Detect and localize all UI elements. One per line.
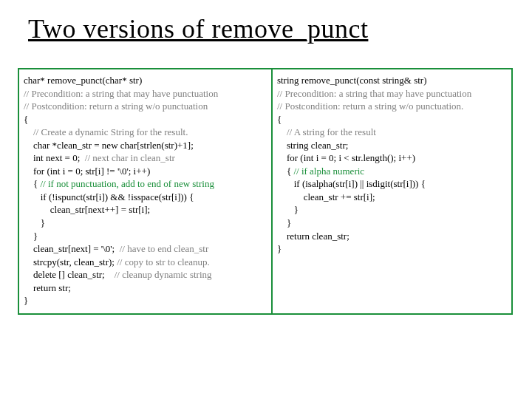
- code-line: }: [277, 216, 507, 230]
- code-line: {: [24, 113, 267, 126]
- code-line: string clean_str;: [277, 139, 507, 152]
- code-line: return str;: [24, 282, 267, 295]
- code-comment: // have to end clean_str: [120, 243, 209, 254]
- code-comment: // Postcondition: return a string w/o pu…: [24, 100, 267, 113]
- code-line: { // if alpha numeric: [277, 165, 507, 178]
- code-text: {: [24, 178, 41, 189]
- code-line: if (!ispunct(str[i]) && !isspace(str[i])…: [24, 191, 267, 204]
- code-line: int next = 0; // next char in clean_str: [24, 151, 267, 165]
- code-comment: // Precondition: a string that may have …: [277, 87, 507, 100]
- code-line: for (int i = 0; str[i] != '\0'; i++): [24, 165, 267, 178]
- code-comment: // Postcondition: return a string w/o pu…: [277, 100, 507, 113]
- code-comment: // cleanup dynamic string: [115, 269, 212, 280]
- code-line: }: [24, 216, 267, 230]
- code-line: for (int i = 0; i < str.length(); i++): [277, 151, 507, 165]
- code-text: strcpy(str, clean_str);: [24, 256, 117, 267]
- code-text: clean_str[next] = '\0';: [24, 243, 120, 254]
- code-comment: // next char in clean_str: [85, 152, 175, 163]
- code-text: int next = 0;: [24, 152, 85, 163]
- code-comparison-box: char* remove_punct(char* str) // Precond…: [18, 68, 513, 315]
- code-line: clean_str[next] = '\0'; // have to end c…: [24, 242, 267, 256]
- left-code-column: char* remove_punct(char* str) // Precond…: [19, 69, 273, 313]
- code-comment: // if not punctuation, add to end of new…: [41, 178, 214, 189]
- code-line: clean_str[next++] = str[i];: [24, 203, 267, 216]
- code-comment: // copy to str to cleanup.: [117, 256, 210, 267]
- right-code-column: string remove_punct(const string& str) /…: [273, 69, 511, 313]
- code-line: }: [277, 242, 507, 256]
- code-text: delete [] clean_str;: [24, 269, 115, 280]
- code-line: }: [277, 203, 507, 216]
- slide: Two versions of remove_punct char* remov…: [0, 0, 532, 399]
- code-text: {: [277, 166, 294, 177]
- code-line: delete [] clean_str; // cleanup dynamic …: [24, 268, 267, 282]
- code-line: {: [277, 113, 507, 126]
- code-line: if (isalpha(str[i]) || isdigit(str[i])) …: [277, 177, 507, 191]
- code-line: strcpy(str, clean_str); // copy to str t…: [24, 256, 267, 269]
- code-comment: // if alpha numeric: [293, 166, 364, 177]
- code-line: clean_str += str[i];: [277, 191, 507, 204]
- code-line: string remove_punct(const string& str): [277, 74, 507, 87]
- code-line: char *clean_str = new char[strlen(str)+1…: [24, 139, 267, 152]
- code-line: { // if not punctuation, add to end of n…: [24, 177, 267, 191]
- code-line: char* remove_punct(char* str): [24, 74, 267, 87]
- code-line: return clean_str;: [277, 230, 507, 243]
- code-line: }: [24, 294, 267, 307]
- code-line: }: [24, 230, 267, 243]
- slide-title: Two versions of remove_punct: [0, 0, 532, 52]
- code-comment: // A string for the result: [277, 126, 507, 139]
- code-comment: // Precondition: a string that may have …: [24, 87, 267, 100]
- code-comment: // Create a dynamic String for the resul…: [24, 126, 267, 139]
